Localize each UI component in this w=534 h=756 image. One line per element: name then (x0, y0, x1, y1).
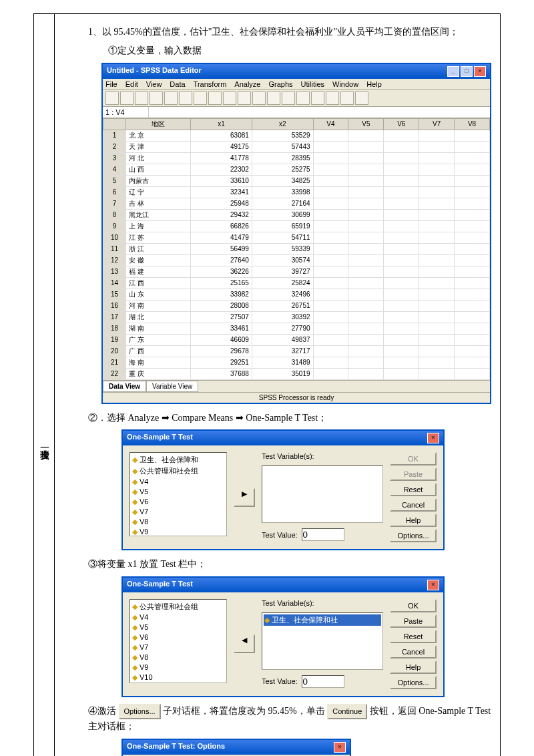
variable-item[interactable]: V8 (131, 517, 225, 527)
variable-list[interactable]: 公共管理和社会组V4V5V6V7V8V9V10V11 (129, 599, 227, 683)
reset-button[interactable]: Reset (390, 630, 437, 643)
menu-data[interactable]: Data (170, 80, 185, 88)
column-header[interactable]: V4 (313, 118, 348, 130)
menu-help[interactable]: Help (366, 80, 382, 88)
testvalue-input[interactable] (302, 675, 344, 688)
cancel-button[interactable]: Cancel (390, 645, 437, 658)
table-row[interactable]: 5内蒙古3361034825 (103, 175, 490, 186)
table-row[interactable]: 7吉 林2594827164 (103, 198, 490, 209)
close-icon[interactable]: × (474, 66, 486, 77)
table-row[interactable]: 16河 南2800826751 (103, 300, 490, 311)
variable-item[interactable]: V9 (131, 663, 225, 673)
table-row[interactable]: 2天 津4917557443 (103, 141, 490, 152)
menu-utilities[interactable]: Utilities (301, 80, 324, 88)
menu-analyze[interactable]: Analyze (234, 80, 260, 88)
menu-edit[interactable]: Edit (125, 80, 138, 88)
toolbar-button[interactable] (105, 91, 119, 105)
toolbar-button[interactable] (164, 91, 178, 105)
variable-item[interactable]: V5 (131, 622, 225, 632)
tab-variable-view[interactable]: Variable View (146, 381, 198, 392)
toolbar-button[interactable] (208, 91, 222, 105)
column-header[interactable]: V7 (419, 118, 455, 130)
variable-item[interactable]: V11 (131, 683, 225, 683)
table-row[interactable]: 18湖 南3346127790 (103, 323, 490, 334)
toolbar-button[interactable] (340, 91, 354, 105)
column-header[interactable]: x2 (252, 118, 313, 130)
toolbar-button[interactable] (252, 91, 266, 105)
toolbar-button[interactable] (296, 91, 310, 105)
table-row[interactable]: 20广 西2967832717 (103, 345, 490, 357)
close-icon[interactable]: × (427, 433, 439, 443)
options-button[interactable]: Options... (390, 529, 437, 542)
toolbar-button[interactable] (135, 91, 148, 105)
menu-window[interactable]: Window (332, 80, 358, 88)
table-row[interactable]: 14江 西2516525824 (103, 277, 490, 289)
table-row[interactable]: 6辽 宁3234133998 (103, 186, 490, 198)
move-right-button[interactable]: ▶ (234, 488, 255, 507)
table-row[interactable]: 4山 西2230225275 (103, 164, 490, 175)
continue-button-inline[interactable]: Continue (327, 704, 367, 720)
menu-view[interactable]: View (146, 80, 162, 88)
menu-file[interactable]: File (105, 80, 117, 88)
paste-button[interactable]: Paste (390, 614, 437, 628)
variable-item[interactable]: V6 (131, 497, 225, 507)
tab-data-view[interactable]: Data View (103, 381, 146, 392)
variable-item[interactable]: 卫生、社会保障和 (131, 454, 225, 465)
options-button[interactable]: Options... (390, 676, 437, 689)
test-variables-box[interactable] (262, 465, 383, 523)
toolbar-button[interactable] (150, 91, 163, 105)
menu-graphs[interactable]: Graphs (268, 80, 292, 88)
toolbar-button[interactable] (120, 91, 134, 105)
column-header[interactable]: 地区 (126, 118, 191, 130)
help-button[interactable]: Help (390, 514, 437, 527)
toolbar-button[interactable] (311, 91, 324, 105)
toolbar-button[interactable] (238, 91, 251, 105)
cancel-button[interactable]: Cancel (390, 498, 437, 512)
toolbar-button[interactable] (194, 91, 207, 105)
toolbar-button[interactable] (223, 91, 236, 105)
maximize-icon[interactable]: □ (461, 66, 473, 77)
column-header[interactable] (103, 118, 126, 130)
variable-item[interactable]: V4 (131, 612, 225, 622)
variable-item[interactable]: V8 (131, 652, 225, 663)
table-row[interactable]: 8黑龙江2943230699 (103, 209, 490, 220)
testvalue-input[interactable] (302, 528, 344, 541)
column-header[interactable]: x1 (191, 118, 252, 130)
toolbar-button[interactable] (326, 91, 339, 105)
table-row[interactable]: 1北 京6308153529 (103, 130, 490, 141)
table-row[interactable]: 10江 苏4147954711 (103, 232, 490, 243)
move-left-button[interactable]: ◀ (234, 634, 255, 653)
test-variables-box[interactable]: 卫生、社会保障和社 (262, 612, 383, 670)
toolbar-button[interactable] (282, 91, 295, 105)
variable-list[interactable]: 卫生、社会保障和公共管理和社会组V4V5V6V7V8V9V10 (129, 452, 227, 536)
data-grid[interactable]: 地区x1x2V4V5V6V7V81北 京63081535292天 津491755… (103, 118, 490, 380)
variable-item[interactable]: V10 (131, 673, 225, 683)
ok-button[interactable]: OK (390, 599, 437, 612)
table-row[interactable]: 12安 徽2764030574 (103, 254, 490, 266)
column-header[interactable]: V8 (455, 118, 490, 130)
cell-value[interactable] (149, 107, 490, 118)
variable-item[interactable]: V5 (131, 487, 225, 497)
table-row[interactable]: 3河 北4177828395 (103, 152, 490, 164)
variable-item[interactable]: V4 (131, 477, 225, 487)
table-row[interactable]: 22重 庆3768835019 (103, 368, 490, 379)
table-row[interactable]: 17湖 北2750730392 (103, 311, 490, 323)
toolbar-button[interactable] (179, 91, 192, 105)
variable-item[interactable]: V6 (131, 632, 225, 642)
variable-item[interactable]: 公共管理和社会组 (131, 465, 225, 477)
table-row[interactable]: 15山 东3398232496 (103, 289, 490, 300)
selected-variable[interactable]: 卫生、社会保障和社 (264, 614, 381, 626)
close-icon[interactable]: × (334, 742, 346, 753)
options-button-inline[interactable]: Options... (119, 704, 161, 720)
variable-item[interactable]: V7 (131, 507, 225, 517)
toolbar-button[interactable] (355, 91, 368, 105)
column-header[interactable]: V6 (384, 118, 419, 130)
table-row[interactable]: 11浙 江5649959339 (103, 243, 490, 254)
table-row[interactable]: 13福 建3622639727 (103, 266, 490, 277)
close-icon[interactable]: × (427, 580, 439, 590)
reset-button[interactable]: Reset (390, 483, 437, 496)
paste-button[interactable]: Paste (390, 467, 437, 481)
toolbar-button[interactable] (267, 91, 280, 105)
table-row[interactable]: 19广 东4660949837 (103, 334, 490, 345)
table-row[interactable]: 9上 海6682665919 (103, 220, 490, 232)
